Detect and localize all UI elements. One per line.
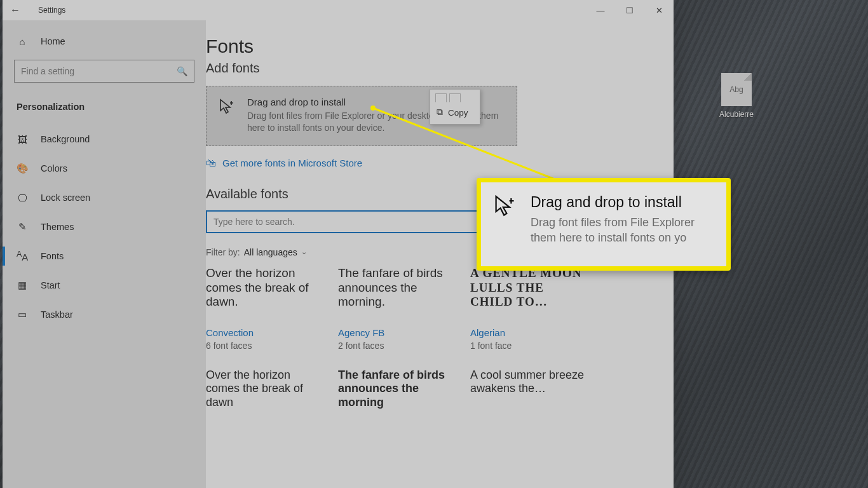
fonts-icon: AA (17, 250, 28, 262)
desktop-font-file[interactable]: Abg Alcubierre (716, 73, 757, 119)
sidebar-item-label: Home (41, 36, 65, 46)
filter-value: All languages (244, 247, 297, 257)
font-faces: 6 font faces (206, 341, 320, 351)
copy-label: Copy (448, 108, 468, 118)
font-sample: A GENTLE MOON LULLS THE CHILD TO… (470, 266, 585, 321)
filter-label: Filter by: (206, 247, 240, 257)
font-faces: 1 font face (470, 341, 585, 351)
sidebar-item-label: Fonts (41, 251, 64, 261)
font-card[interactable]: The fanfare of birds announces the morni… (338, 369, 452, 423)
page-title: Fonts (206, 36, 656, 57)
lock-icon: 🖵 (17, 193, 28, 203)
sidebar-item-label: Start (41, 280, 60, 290)
store-link[interactable]: 🛍 Get more fonts in Microsoft Store (206, 158, 656, 169)
titlebar: ← Settings — ☐ ✕ (3, 0, 674, 20)
font-name: Agency FB (338, 327, 452, 338)
sidebar-item-colors[interactable]: 🎨 Colors (3, 154, 206, 183)
callout-highlight: Drag and drop to install Drag font files… (477, 178, 731, 271)
font-file-icon: Abg (721, 73, 752, 106)
chevron-down-icon: ⌄ (301, 248, 307, 256)
font-file-label: Alcubierre (716, 110, 757, 119)
font-card[interactable]: A cool summer breeze awakens the… (470, 369, 585, 423)
maximize-button[interactable]: ☐ (615, 0, 644, 20)
sidebar-category: Personalization (3, 94, 206, 119)
font-sample: Over the horizon comes the break of dawn (206, 369, 320, 423)
back-button[interactable]: ← (10, 4, 25, 16)
store-icon: 🛍 (206, 158, 216, 169)
sidebar-item-lockscreen[interactable]: 🖵 Lock screen (3, 183, 206, 212)
font-sample: The fanfare of birds announces the morni… (338, 369, 452, 423)
sidebar-search[interactable]: 🔍 (14, 60, 194, 83)
font-sample: The fanfare of birds announces the morni… (338, 266, 452, 321)
sidebar-item-themes[interactable]: ✎ Themes (3, 212, 206, 241)
sidebar-item-label: Background (41, 134, 90, 144)
sidebar-item-fonts[interactable]: AA Fonts (3, 241, 206, 271)
store-link-label: Get more fonts in Microsoft Store (222, 158, 362, 168)
font-name: Convection (206, 327, 320, 338)
sidebar-item-label: Lock screen (41, 193, 90, 203)
copy-icon: ⧉ (437, 107, 443, 118)
start-icon: ▦ (17, 280, 28, 291)
pointer-drop-icon (218, 98, 237, 121)
search-input[interactable] (21, 66, 177, 76)
font-card[interactable]: The fanfare of birds announces the morni… (338, 266, 452, 351)
font-faces: 2 font faces (338, 341, 452, 351)
font-sample: Over the horizon comes the break of dawn… (206, 266, 320, 321)
minimize-button[interactable]: — (586, 0, 615, 20)
image-icon: 🖼 (17, 134, 28, 145)
font-card[interactable]: Over the horizon comes the break of dawn… (206, 266, 320, 351)
add-fonts-heading: Add fonts (206, 61, 656, 76)
pointer-drop-icon (492, 194, 519, 256)
sidebar-item-label: Colors (41, 163, 67, 173)
close-button[interactable]: ✕ (644, 0, 674, 20)
taskbar-icon: ▭ (17, 309, 28, 320)
sidebar-item-taskbar[interactable]: ▭ Taskbar (3, 300, 206, 329)
drag-copy-popup: ⧉ Copy (430, 89, 480, 125)
sidebar-item-start[interactable]: ▦ Start (3, 271, 206, 300)
font-name: Algerian (470, 327, 585, 338)
font-grid-row2: Over the horizon comes the break of dawn… (206, 369, 613, 423)
font-sample: A cool summer breeze awakens the… (470, 369, 585, 423)
callout-title: Drag and drop to install (531, 194, 695, 211)
sidebar: ⌂ Home 🔍 Personalization 🖼 Background 🎨 … (3, 20, 206, 488)
font-card[interactable]: Over the horizon comes the break of dawn (206, 369, 320, 423)
themes-icon: ✎ (17, 221, 28, 233)
callout-sub2: them here to install fonts on yo (531, 230, 695, 245)
font-card[interactable]: A GENTLE MOON LULLS THE CHILD TO…Algeria… (470, 266, 585, 351)
sidebar-home[interactable]: ⌂ Home (3, 27, 206, 56)
palette-icon: 🎨 (17, 163, 28, 174)
search-icon: 🔍 (177, 66, 187, 76)
font-grid-row1: Over the horizon comes the break of dawn… (206, 266, 613, 351)
home-icon: ⌂ (17, 36, 28, 47)
sidebar-item-background[interactable]: 🖼 Background (3, 125, 206, 154)
callout-sub1: Drag font files from File Explorer (531, 215, 695, 230)
sidebar-item-label: Themes (41, 222, 74, 232)
window-title: Settings (38, 6, 65, 15)
sidebar-item-label: Taskbar (41, 309, 73, 320)
